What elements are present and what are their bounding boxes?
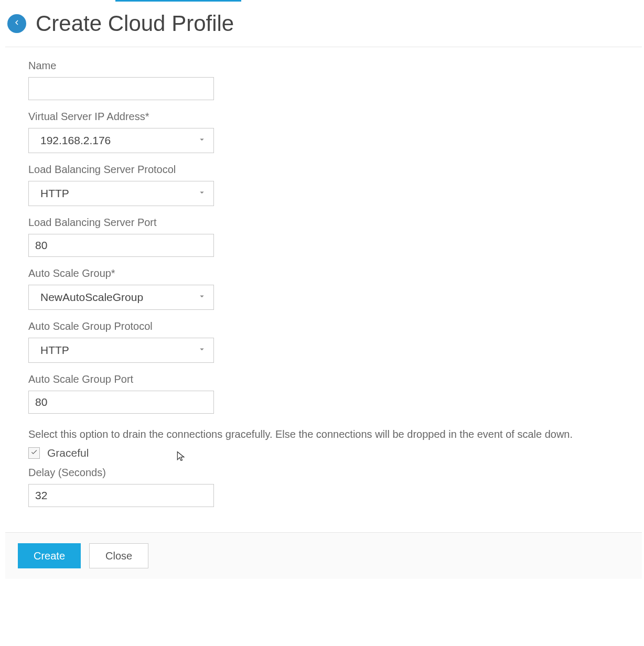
- asg-protocol-select[interactable]: [28, 338, 214, 363]
- auto-scale-group-label: Auto Scale Group*: [28, 267, 619, 279]
- create-button[interactable]: Create: [18, 543, 81, 568]
- footer-actions: Create Close: [5, 533, 642, 579]
- form-panel: Name Virtual Server IP Address* Load Bal…: [5, 47, 642, 533]
- back-arrow-icon: [12, 18, 22, 29]
- graceful-checkbox[interactable]: [28, 447, 40, 459]
- lb-port-input[interactable]: [28, 234, 214, 257]
- lb-protocol-select[interactable]: [28, 181, 214, 206]
- lb-port-label: Load Balancing Server Port: [28, 217, 619, 229]
- delay-input[interactable]: [28, 484, 214, 507]
- delay-label: Delay (Seconds): [28, 467, 619, 479]
- asg-port-label: Auto Scale Group Port: [28, 373, 619, 385]
- asg-port-input[interactable]: [28, 391, 214, 414]
- asg-protocol-label: Auto Scale Group Protocol: [28, 320, 619, 332]
- virtual-server-ip-label: Virtual Server IP Address*: [28, 111, 619, 123]
- page-header: Create Cloud Profile: [0, 2, 644, 47]
- name-label: Name: [28, 60, 619, 72]
- auto-scale-group-select[interactable]: [28, 285, 214, 310]
- close-button[interactable]: Close: [89, 543, 148, 568]
- check-icon: [30, 448, 38, 458]
- graceful-label: Graceful: [47, 447, 89, 459]
- page-title: Create Cloud Profile: [36, 11, 234, 36]
- back-button[interactable]: [7, 14, 26, 33]
- graceful-info-text: Select this option to drain the connecti…: [28, 428, 619, 440]
- lb-protocol-label: Load Balancing Server Protocol: [28, 164, 619, 176]
- virtual-server-ip-select[interactable]: [28, 128, 214, 153]
- name-input[interactable]: [28, 77, 214, 100]
